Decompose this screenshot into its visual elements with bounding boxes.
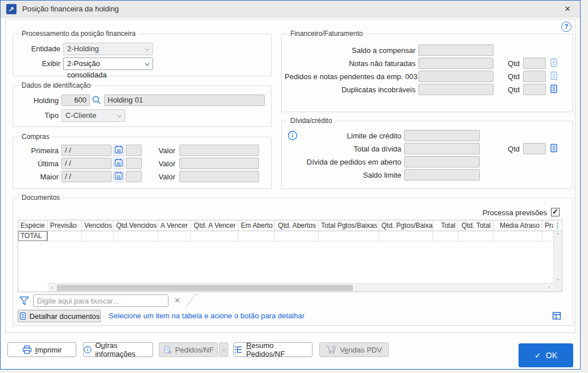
doc-table-column-header[interactable]: Em Aberto [239,220,275,231]
resumo-pedidos-nf-button[interactable]: Resumo Pedidos/NF [233,342,312,357]
doc-table-column-header[interactable]: Média Atraso [494,220,542,231]
table-cell[interactable] [48,231,82,241]
doc-table-column-header[interactable]: Qtd. A Vencer [191,220,239,231]
doc-table-column-header[interactable]: Total [433,220,458,231]
document-list-icon[interactable] [549,144,560,154]
processa-previsoes-checkbox[interactable] [551,208,560,216]
maior-extra-field [126,171,142,182]
table-cell[interactable] [319,231,379,241]
document-lock-icon [163,346,172,354]
info-icon [84,345,92,354]
vendas-pdv-button: Vendas PDV [319,342,389,357]
pedidos-nf-button: Pedidos/NF [159,342,218,357]
divida-pedidos-field [404,156,480,167]
group-title: Dados de identificação [19,81,93,89]
doc-table-column-header[interactable]: Previsão [48,220,82,231]
divida-pedidos-label: Dívida de pedidos em aberto [285,157,401,168]
calendar-icon[interactable]: 31 [113,145,124,156]
ok-button[interactable]: ✓ OK [519,343,573,367]
entidade-value: 2-Holding [67,44,99,53]
document-list-icon[interactable] [549,84,560,95]
ultima-label: Última [16,158,59,170]
table-cell[interactable]: TOTAL [18,231,48,241]
dialog-posicao-financeira: ↗ Posição financeira da holding ✕ ? Proc… [0,0,581,370]
maior-valor-field [179,171,259,182]
scroll-right-icon[interactable]: › [545,284,553,292]
doc-table-column-header[interactable]: Qtd.Vencidos [114,220,158,231]
table-cell[interactable] [239,231,275,241]
ok-label: OK [546,351,557,360]
check-icon: ✓ [534,351,541,360]
calendar-icon[interactable]: 31 [113,171,124,182]
table-cell[interactable] [542,231,553,241]
ultima-date-field: / / [61,158,112,169]
doc-table-column-header[interactable]: Espécie [18,220,48,231]
table-cell[interactable] [114,231,158,241]
column-options-icon[interactable]: ⋮ [553,220,562,231]
table-cell[interactable] [494,231,542,241]
valor-label: Valor [153,171,175,183]
exibir-select[interactable]: 2-Posição consolidada [63,58,153,70]
doc-table-column-header[interactable]: Qtd. Pgtos/Baixas [379,220,433,231]
group-compras: Compras Primeira / / 31 Valor Última / /… [13,137,272,189]
table-cell[interactable] [191,231,239,241]
tipo-select: C-Cliente [61,109,125,122]
chevron-down-icon [117,114,122,118]
group-financeiro: Financeiro/Faturamento Saldo a compensar… [281,34,573,112]
scrollbar-thumb[interactable] [57,285,353,291]
entidade-label: Entidade [16,43,60,55]
scroll-down-icon[interactable]: ⌄ [554,274,562,283]
horizontal-scrollbar[interactable]: ‹ › [48,283,553,292]
doc-table-column-header[interactable]: Vencidos [82,220,114,231]
doc-table-column-header[interactable]: Praz [542,220,553,231]
doc-table-column-header[interactable]: A Vencer [158,220,191,231]
table-cell[interactable] [458,231,494,241]
table-cell[interactable] [158,231,191,241]
doc-table-header-row: EspéciePrevisãoVencidosQtd.VencidosA Ven… [18,220,553,231]
tipo-label: Tipo [16,110,59,121]
pedidos-nf-dropdown-button [219,342,228,357]
table-cell[interactable] [275,231,319,241]
search-input[interactable] [33,294,168,307]
filter-icon[interactable] [19,296,29,306]
vertical-scrollbar[interactable]: ⌃ ⌄ [553,231,562,283]
pedidos-nf-label: Pedidos/NF [175,346,214,354]
valor-label: Valor [153,145,175,157]
maior-date-field: / / [61,171,112,182]
holding-name-field: Holding 01 [104,95,265,106]
table-row[interactable]: TOTAL [18,231,553,241]
valor-label: Valor [153,158,175,170]
detalhar-documentos-button[interactable]: Detalhar documentos [18,310,101,322]
close-icon[interactable]: ✕ [555,1,580,18]
detalhar-hint-text: Selecione um item na tabela e acione o b… [109,310,305,322]
clear-search-icon[interactable]: ✕ [174,294,180,307]
search-icon[interactable] [92,95,102,105]
qtd-label: Qtd [504,84,520,96]
chevron-down-icon [145,63,150,66]
saldo-limite-label: Saldo limite [305,170,401,181]
total-divida-label: Total da dívida [305,144,401,155]
doc-table-column-header[interactable]: Qtd. Abertos [275,220,319,231]
maior-label: Maior [16,171,59,183]
ultima-valor-field [179,158,259,169]
table-cell[interactable] [433,231,458,241]
scrollbar-corner [553,283,562,292]
table-cell[interactable] [82,231,114,241]
pedidos-pendentes-field [418,71,494,82]
primeira-date-field: / / [61,145,112,156]
calendar-icon[interactable]: 31 [113,158,124,169]
exibir-label: Exibir [16,58,60,69]
doc-table-column-header[interactable]: Total Pgtos/Baixas [319,220,379,231]
notas-qtd-field [523,58,546,69]
content-panel: ? Processamento da posição financeira En… [5,19,575,333]
info-icon[interactable] [287,130,298,141]
table-cell[interactable] [379,231,433,241]
grid-layout-icon[interactable] [552,311,562,321]
scroll-up-icon[interactable]: ⌃ [554,231,562,240]
outras-informacoes-button[interactable]: Outras informações [83,342,153,357]
help-icon[interactable]: ? [561,22,571,32]
scroll-left-icon[interactable]: ‹ [48,284,56,292]
group-title: Processamento da posição financeira [19,30,138,38]
imprimir-button[interactable]: Imprimir [7,342,76,357]
doc-table-column-header[interactable]: Qtd. Total [458,220,494,231]
